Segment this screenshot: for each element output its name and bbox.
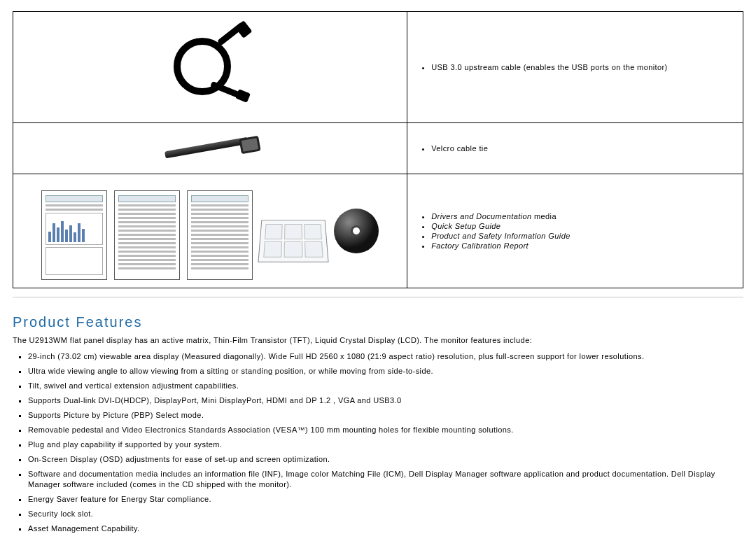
list-item: USB 3.0 upstream cable (enables the USB … (431, 63, 736, 71)
velcro-tie-icon (158, 136, 262, 161)
list-item: 29-inch (73.02 cm) viewable area display… (28, 351, 743, 363)
drivers-media-italic: Drivers and Documentation (431, 212, 531, 220)
intro-paragraph: The U2913WM flat panel display has an ac… (13, 336, 743, 344)
usb-cable-image-cell (13, 12, 407, 123)
docs-desc-cell: Drivers and Documentation media Quick Se… (407, 174, 743, 288)
list-item: Quick Setup Guide (431, 222, 736, 230)
list-item: Software and documentation media include… (28, 469, 743, 491)
package-contents-table: USB 3.0 upstream cable (enables the USB … (13, 11, 743, 288)
usb-cable-desc-cell: USB 3.0 upstream cable (enables the USB … (407, 12, 743, 123)
list-item: Removable pedestal and Video Electronics… (28, 425, 743, 436)
list-item: Drivers and Documentation media (431, 212, 736, 220)
list-item: Supports Dual-link DVI-D(HDCP), DisplayP… (28, 395, 743, 407)
table-row: Drivers and Documentation media Quick Se… (13, 174, 743, 288)
feature-list: 29-inch (73.02 cm) viewable area display… (13, 351, 743, 534)
list-item: Tilt, swivel and vertical extension adju… (28, 381, 743, 392)
documentation-icon (20, 182, 400, 280)
cd-icon (334, 209, 379, 253)
table-row: Velcro cable tie (13, 123, 743, 174)
list-item: On-Screen Display (OSD) adjustments for … (28, 454, 743, 465)
list-item: Security lock slot. (28, 509, 743, 520)
table-row: USB 3.0 upstream cable (enables the USB … (13, 12, 743, 123)
list-item: Supports Picture by Picture (PBP) Select… (28, 410, 743, 421)
velcro-image-cell (13, 123, 407, 174)
list-item: Plug and play capability if supported by… (28, 440, 743, 451)
docs-image-cell (13, 174, 407, 288)
list-item: Velcro cable tie (431, 144, 736, 153)
section-title: Product Features (13, 314, 743, 330)
list-item: Asset Management Capability. (28, 524, 743, 534)
list-item: Product and Safety Information Guide (431, 232, 736, 240)
velcro-desc-cell: Velcro cable tie (407, 123, 743, 174)
section-divider (13, 297, 743, 297)
usb-cable-icon (161, 25, 259, 109)
list-item: Factory Calibration Report (431, 241, 736, 250)
list-item: Ultra wide viewing angle to allow viewin… (28, 366, 743, 377)
list-item: Energy Saver feature for Energy Star com… (28, 494, 743, 505)
drivers-media-suffix: media (532, 212, 556, 220)
